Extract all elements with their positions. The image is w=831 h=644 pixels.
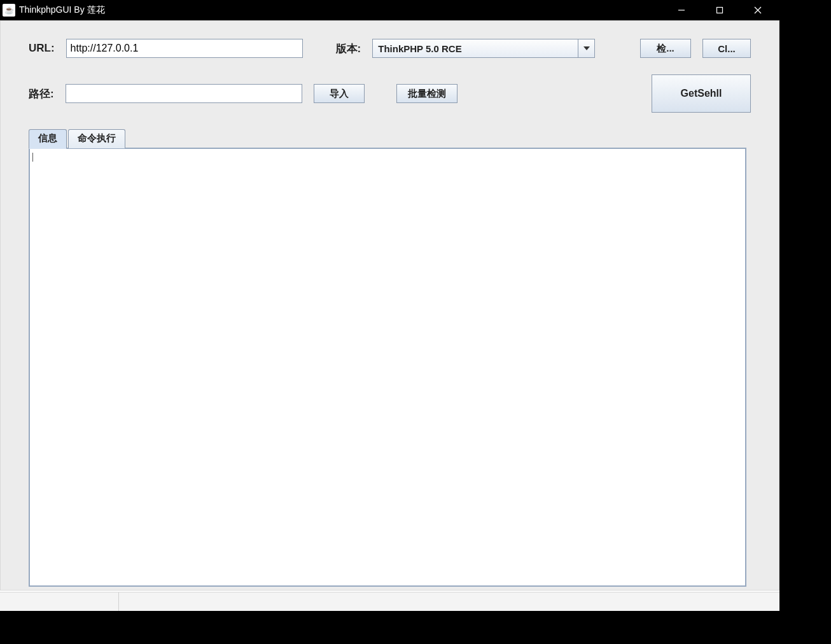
top-right-buttons: 检... Cl... <box>640 39 751 58</box>
getshell-button[interactable]: GetSehll <box>652 74 751 113</box>
tab-header: 信息 命令执行 <box>29 129 751 148</box>
output-panel[interactable] <box>29 148 746 587</box>
maximize-button[interactable] <box>701 0 739 20</box>
svg-marker-4 <box>583 46 590 50</box>
statusbar-separator <box>118 592 119 611</box>
row2-right: GetSehll <box>652 74 751 113</box>
content-area: URL: 版本: ThinkPHP 5.0 RCE 检... Cl... 路径:… <box>0 20 779 591</box>
tab-info[interactable]: 信息 <box>29 129 67 149</box>
window-controls <box>662 0 777 20</box>
row-path: 路径: 导入 批量检测 GetSehll <box>29 74 751 113</box>
path-input[interactable] <box>66 84 302 103</box>
svg-rect-1 <box>717 8 723 13</box>
java-icon: ☕ <box>3 4 15 17</box>
check-button[interactable]: 检... <box>640 39 691 58</box>
tabs-container: 信息 命令执行 <box>29 129 751 587</box>
tab-command-exec[interactable]: 命令执行 <box>68 129 125 148</box>
java-icon-glyph: ☕ <box>4 6 14 15</box>
version-selected-text: ThinkPHP 5.0 RCE <box>373 39 578 57</box>
chevron-down-icon <box>578 39 594 57</box>
statusbar <box>0 592 779 611</box>
batch-detect-button[interactable]: 批量检测 <box>396 84 457 103</box>
url-input[interactable] <box>66 39 303 58</box>
app-window: ☕ ThinkphpGUI By 莲花 URL: 版本: ThinkPHP 5.… <box>0 0 779 611</box>
import-button[interactable]: 导入 <box>314 84 365 103</box>
close-button[interactable] <box>739 0 777 20</box>
path-label: 路径: <box>29 87 54 101</box>
window-title: ThinkphpGUI By 莲花 <box>19 4 662 16</box>
url-label: URL: <box>29 42 55 55</box>
version-combo[interactable]: ThinkPHP 5.0 RCE <box>372 39 595 58</box>
version-label: 版本: <box>336 41 361 56</box>
titlebar: ☕ ThinkphpGUI By 莲花 <box>0 0 779 20</box>
clear-button[interactable]: Cl... <box>702 39 751 58</box>
minimize-button[interactable] <box>662 0 701 20</box>
row-url: URL: 版本: ThinkPHP 5.0 RCE 检... Cl... <box>29 39 751 58</box>
